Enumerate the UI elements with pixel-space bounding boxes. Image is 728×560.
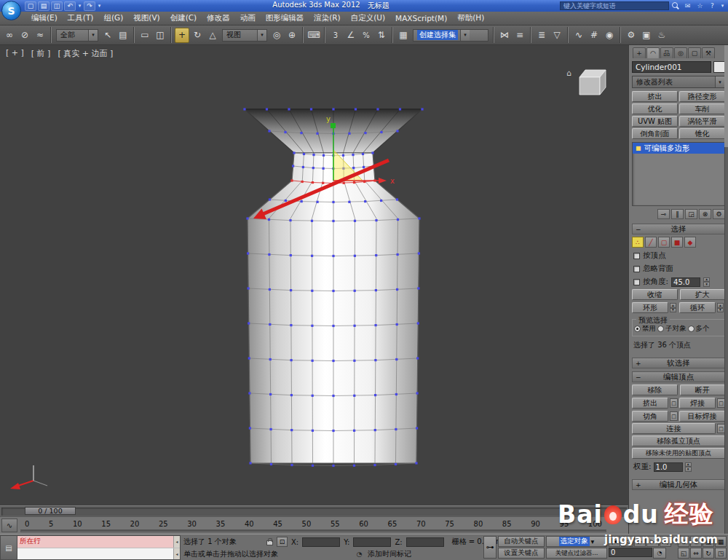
viewport-pov-label[interactable]: 前 (31, 48, 51, 59)
sub-object-border-icon[interactable]: ▢ (658, 237, 670, 248)
macro-recorder-pane[interactable]: 所在行 ◂ (17, 536, 180, 548)
show-end-result-icon[interactable]: ‖ (671, 209, 684, 219)
menu-item-3[interactable]: 组(G) (98, 12, 128, 25)
modifier-stack[interactable]: ■ 可编辑多边形 (632, 142, 725, 206)
rendered-frame-window-icon[interactable]: ▣ (639, 28, 654, 43)
help-icon[interactable]: ? (708, 1, 717, 11)
key-filter-selected-dropdown[interactable]: 选定对象 ▾ (546, 536, 607, 547)
rollout-selection-header[interactable]: − 选择 (632, 224, 725, 234)
layer-manager-icon[interactable]: ≣ (534, 28, 549, 43)
z-coordinate-field[interactable] (406, 537, 444, 547)
select-by-name-icon[interactable]: ▤ (116, 28, 130, 43)
rollout-edit-vertices-header[interactable]: − 编辑顶点 (632, 371, 725, 382)
application-menu-button[interactable]: S (1, 1, 21, 20)
weight-field[interactable] (654, 462, 683, 472)
next-frame-icon[interactable]: ▷ (646, 536, 658, 547)
set-key-button[interactable]: 设置关键点 (498, 548, 545, 559)
go-to-start-icon[interactable]: |◀ (609, 536, 620, 547)
menu-item-4[interactable]: 视图(V) (128, 12, 165, 25)
play-animation-icon[interactable]: ▶ (634, 536, 646, 547)
stack-item-editable-poly[interactable]: ■ 可编辑多边形 (633, 143, 724, 154)
undo-dropdown-arrow-icon[interactable]: ▾ (77, 3, 82, 9)
panel-scrollbar[interactable] (724, 45, 728, 534)
connect-button[interactable]: 连接 (632, 423, 716, 434)
rollout-edit-geometry-header[interactable]: + 编辑几何体 (632, 479, 725, 490)
angle-spinner[interactable]: ▴ ▾ (703, 277, 710, 287)
weld-button[interactable]: 焊接 (679, 398, 716, 409)
menu-item-1[interactable]: 编辑(E) (26, 12, 63, 25)
menu-item-6[interactable]: 修改器 (202, 12, 235, 25)
help-dropdown-arrow-icon[interactable]: ▾ (720, 3, 725, 9)
by-angle-checkbox[interactable] (633, 279, 640, 285)
zoom-icon[interactable]: ⊕ (678, 536, 689, 547)
rectangular-selection-region-icon[interactable]: ▭ (138, 28, 152, 43)
edit-named-selection-sets-icon[interactable]: ▦ (396, 28, 411, 43)
chevron-down-icon[interactable]: ▾ (715, 76, 724, 87)
named-selection-sets-dropdown[interactable]: 创建选择集 ▾ (413, 29, 488, 42)
use-pivot-point-center-icon[interactable]: ◎ (269, 28, 284, 43)
modifier-set-button-4[interactable]: 车削 (679, 103, 725, 114)
menu-item-5[interactable]: 创建(C) (165, 12, 202, 25)
viewport-front[interactable]: + 前 真实 + 边面 xy⌂ (0, 45, 628, 505)
add-time-tag[interactable]: 添加时间标记 (368, 549, 411, 559)
go-to-end-icon[interactable]: ▶| (660, 536, 671, 547)
modifier-set-button-3[interactable]: 优化 (632, 103, 678, 114)
redo-dropdown-arrow-icon[interactable]: ▾ (97, 3, 102, 9)
tab-display-icon[interactable]: ▢ (688, 47, 701, 58)
remove-modifier-icon[interactable]: ⊗ (699, 209, 711, 219)
make-unique-icon[interactable]: ◲ (685, 209, 697, 219)
save-file-icon[interactable]: ◫ (51, 1, 63, 11)
orbit-icon[interactable]: ↻ (703, 548, 714, 559)
selection-lock-icon[interactable] (266, 540, 273, 545)
sub-object-vertex-icon[interactable]: ∴ (632, 237, 644, 248)
viewport-shading-label[interactable]: 真实 + 边面 (58, 48, 113, 59)
loop-button[interactable]: 循环 (679, 302, 716, 313)
menu-item-2[interactable]: 工具(T) (63, 12, 99, 25)
listener-pane[interactable]: ◂ (17, 548, 180, 560)
object-name-field[interactable] (632, 61, 711, 73)
preview-subobj-radio[interactable] (657, 326, 664, 332)
zoom-extents-icon[interactable]: ▣ (703, 536, 714, 547)
select-and-rotate-icon[interactable]: ↻ (190, 28, 205, 43)
select-and-link-icon[interactable]: ∞ (2, 28, 17, 43)
modifier-set-button-6[interactable]: 涡轮平滑 (679, 116, 725, 127)
render-production-icon[interactable]: ♨ (654, 28, 669, 43)
curve-editor-icon[interactable]: ∿ (571, 28, 586, 43)
extrude-button[interactable]: 挤出 (632, 398, 668, 409)
modifier-set-button-5[interactable]: UVW 贴图 (632, 116, 678, 127)
menu-item-12[interactable]: 帮助(H) (452, 12, 489, 25)
target-weld-button[interactable]: 目标焊接 (679, 411, 725, 422)
remove-unused-map-verts-button[interactable]: 移除未使用的贴图顶点 (632, 448, 725, 459)
tab-create-icon[interactable]: + (633, 47, 646, 58)
select-and-move-icon[interactable]: + (175, 28, 189, 43)
time-slider[interactable]: 0 / 100 (0, 505, 628, 516)
bind-to-space-warp-icon[interactable]: ≈ (33, 28, 47, 43)
extrude-settings-icon[interactable]: □ (670, 398, 678, 408)
mirror-icon[interactable]: ⋈ (497, 28, 512, 43)
search-icon[interactable] (672, 2, 680, 10)
menu-item-9[interactable]: 渲染(R) (309, 12, 346, 25)
remove-button[interactable]: 移除 (632, 384, 678, 395)
by-vertex-checkbox[interactable] (633, 253, 640, 259)
set-keys-button[interactable]: ⊶ (483, 536, 496, 559)
absolute-offset-toggle-icon[interactable]: ⊡ (277, 537, 288, 547)
maximize-viewport-toggle-icon[interactable]: ◳ (715, 548, 727, 559)
spinner-snap-toggle-icon[interactable]: ⇅ (374, 28, 389, 43)
reference-coordinate-system-dropdown[interactable]: 视图 ▾ (222, 29, 267, 42)
grow-button[interactable]: 扩大 (680, 289, 726, 300)
key-filters-button[interactable]: 关键点过滤器... (546, 548, 607, 559)
time-configuration-icon[interactable]: ◔ (653, 548, 666, 559)
tab-utilities-icon[interactable]: ⚒ (702, 47, 715, 58)
scroll-left-icon[interactable]: ◂ (173, 536, 180, 548)
sub-object-edge-icon[interactable]: ╱ (645, 237, 657, 248)
modifier-list-dropdown[interactable]: 修改器列表 ▾ (632, 76, 725, 88)
chevron-down-icon[interactable]: ▾ (257, 30, 266, 41)
chevron-down-icon[interactable]: ▾ (460, 30, 470, 41)
zoom-all-icon[interactable]: ⊛ (690, 536, 702, 547)
shrink-button[interactable]: 收缩 (632, 289, 678, 300)
menu-item-11[interactable]: MAXScript(M) (390, 12, 452, 25)
chevron-down-icon[interactable]: ▾ (88, 30, 98, 41)
auto-key-button[interactable]: 自动关键点 (498, 536, 545, 547)
current-frame-field[interactable] (609, 548, 652, 557)
spinner-down-icon[interactable]: ▾ (670, 308, 676, 313)
